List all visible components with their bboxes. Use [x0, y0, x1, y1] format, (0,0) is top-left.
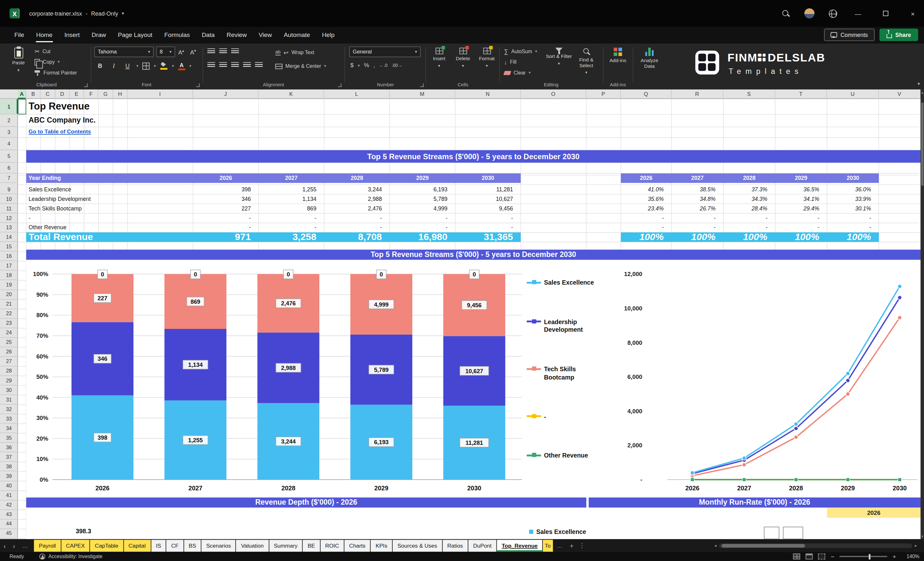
align-top-icon[interactable]	[207, 48, 215, 54]
menu-tab[interactable]: Automate	[278, 27, 316, 43]
menu-tab[interactable]: Page Layout	[112, 27, 159, 43]
pct-cell[interactable]: 29.4%	[775, 204, 827, 213]
row-header-36[interactable]: 36	[0, 443, 18, 452]
menu-tab[interactable]: Formulas	[158, 27, 196, 43]
pct-cell[interactable]: 35.6%	[621, 194, 672, 204]
format-painter-button[interactable]: Format Painter	[35, 69, 77, 77]
total-value-cell[interactable]: 16,980	[390, 232, 455, 242]
menu-tab[interactable]: Insert	[58, 27, 86, 43]
zoom-slider-thumb[interactable]	[869, 554, 871, 560]
row-header-1[interactable]: 1	[0, 99, 18, 115]
minimize-button[interactable]: —	[851, 10, 864, 17]
column-header-U[interactable]: U	[827, 90, 879, 99]
value-cell[interactable]: 2,988	[324, 194, 390, 204]
pct-cell[interactable]: 23.4%	[621, 204, 672, 213]
value-cell[interactable]: 6,193	[390, 184, 455, 194]
column-header-M[interactable]: M	[390, 90, 455, 99]
sheet-nav-left-icon[interactable]: ‹	[0, 542, 9, 549]
sheet-tab[interactable]: BS	[184, 540, 201, 552]
accessibility-status[interactable]: Accessibility: Investigate	[39, 554, 102, 560]
pct-cell[interactable]: 33.9%	[827, 194, 879, 204]
row-header-41[interactable]: 41	[0, 490, 18, 500]
merge-center-button[interactable]: Merge & Center▾	[275, 62, 326, 70]
value-cell[interactable]: 5,789	[390, 194, 455, 204]
hscroll-thumb[interactable]	[721, 544, 805, 547]
pct-cell[interactable]: 41.0%	[621, 184, 672, 194]
page-layout-view-icon[interactable]	[806, 554, 813, 560]
tab-options-icon[interactable]: …	[580, 539, 588, 553]
sheet-tab[interactable]: Scenarios	[201, 540, 236, 552]
total-label-cell[interactable]: Total Revenue	[28, 232, 93, 242]
decrease-indent-icon[interactable]	[243, 62, 250, 68]
menu-tab[interactable]: Home	[30, 27, 58, 43]
horizontal-scrollbar[interactable]: ◂ ▸	[714, 539, 917, 552]
normal-view-icon[interactable]	[793, 554, 800, 560]
bold-button[interactable]: B	[95, 62, 105, 69]
row-header-37[interactable]: 37	[0, 452, 18, 462]
row-header-32[interactable]: 32	[0, 405, 18, 414]
font-color-icon[interactable]: A	[178, 62, 185, 70]
column-header-R[interactable]: R	[672, 90, 723, 99]
analyze-data-button[interactable]: Analyze Data	[635, 45, 664, 81]
column-header-V[interactable]: V	[879, 90, 921, 99]
column-header-Q[interactable]: Q	[621, 90, 672, 99]
vertical-scrollbar[interactable]: ▲ ▼	[921, 90, 924, 539]
addins-button[interactable]: Add-ins	[605, 45, 630, 81]
sheet-tab[interactable]: DuPont	[468, 540, 496, 552]
comments-button[interactable]: Comments	[824, 28, 874, 41]
sort-filter-button[interactable]: Sort & Filter▾	[546, 45, 572, 81]
row-header-25[interactable]: 25	[0, 338, 18, 347]
align-middle-icon[interactable]	[219, 48, 227, 54]
pct-cell[interactable]: 28.4%	[723, 204, 775, 213]
column-header-G[interactable]: G	[98, 90, 113, 99]
total-pct-cell[interactable]: 100%	[723, 232, 775, 242]
search-icon[interactable]	[782, 9, 790, 18]
clipboard-dialog-launcher-icon[interactable]	[84, 83, 87, 87]
total-pct-cell[interactable]: 100%	[775, 232, 827, 242]
year-ending-header[interactable]: Year Ending	[28, 174, 61, 183]
value-cell[interactable]: 1,255	[258, 184, 324, 194]
value-cell[interactable]: 10,627	[455, 194, 521, 204]
sheet-tab[interactable]: Payroll	[34, 540, 60, 552]
column-header-N[interactable]: N	[455, 90, 521, 99]
cut-button[interactable]: ✂Cut	[35, 47, 77, 56]
row-header-38[interactable]: 38	[0, 462, 18, 471]
row-header-23[interactable]: 23	[0, 319, 18, 328]
total-pct-cell[interactable]: 100%	[827, 232, 879, 242]
number-format-select[interactable]: General▾	[349, 46, 421, 57]
value-cell[interactable]: -	[390, 223, 455, 232]
row-header-20[interactable]: 20	[0, 290, 18, 299]
sheet-tab[interactable]: IS	[151, 540, 166, 552]
row-header-40[interactable]: 40	[0, 481, 18, 490]
align-bottom-icon[interactable]	[231, 48, 239, 54]
sheet-nav-more-icon[interactable]: …	[19, 543, 32, 549]
zoom-level[interactable]: 140%	[902, 554, 919, 560]
row-header-6[interactable]: 6	[0, 163, 18, 174]
find-select-button[interactable]: Find & Select▾	[573, 45, 599, 81]
row-label-cell[interactable]: Tech Skills Bootcamp	[28, 204, 82, 213]
row-header-15[interactable]: 15	[0, 242, 18, 252]
row-header-2[interactable]: 2	[0, 114, 18, 127]
year-header-pct[interactable]: 2026	[621, 174, 672, 183]
column-header-I[interactable]: I	[128, 90, 193, 99]
sheet-tab[interactable]: Ratios	[442, 540, 468, 552]
row-header-21[interactable]: 21	[0, 300, 18, 309]
column-header-L[interactable]: L	[324, 90, 390, 99]
value-cell[interactable]: 9,456	[455, 204, 521, 213]
value-cell[interactable]: -	[193, 223, 258, 232]
title-chevron-icon[interactable]: ▾	[122, 11, 124, 16]
row-header-45[interactable]: 45	[0, 529, 18, 538]
pct-cell[interactable]: -	[621, 213, 672, 223]
total-value-cell[interactable]: 3,258	[258, 232, 324, 242]
comma-format-icon[interactable]: ,	[374, 62, 375, 69]
close-button[interactable]: ×	[906, 10, 919, 17]
row-label-cell[interactable]: Leadership Development	[28, 194, 91, 204]
font-name-select[interactable]: Tahoma▾	[94, 46, 154, 57]
value-cell[interactable]: -	[324, 213, 390, 223]
value-cell[interactable]: 11,281	[455, 184, 521, 194]
row-header-24[interactable]: 24	[0, 328, 18, 338]
clear-button[interactable]: Clear▾	[504, 69, 537, 77]
pct-cell[interactable]: 36.5%	[775, 184, 827, 194]
row-header-34[interactable]: 34	[0, 424, 18, 434]
align-left-icon[interactable]	[207, 62, 215, 68]
